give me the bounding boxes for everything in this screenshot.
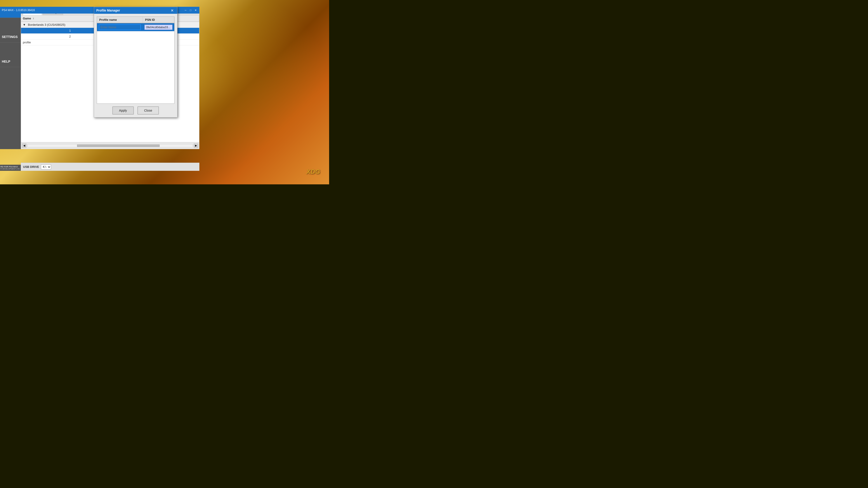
logo-area: XDG (306, 168, 320, 175)
scroll-track[interactable] (27, 144, 193, 147)
pm-profile-row[interactable]: 0fe04cd0daba33... (97, 23, 174, 31)
pm-close-button[interactable]: ✕ (169, 8, 175, 13)
usb-label: USB DRIVE (23, 165, 39, 168)
pm-title: Profile Manager (96, 8, 120, 12)
pm-titlebar: Profile Manager ✕ (94, 7, 177, 14)
main-close-button[interactable]: ✕ (193, 8, 197, 12)
main-window-title: PS4 MAX - 1.0.6510.36416 (2, 8, 35, 12)
brand-area: RD FOR PS4 MAX R DEVELOPMENT LTD (0, 165, 21, 171)
bottom-bar: USB DRIVE K:\ (21, 163, 199, 171)
logo-text: XDG (306, 168, 320, 175)
pm-apply-button[interactable]: Apply (112, 106, 134, 115)
pm-table-container: Profile name PSN ID 0fe04cd0daba33... (97, 17, 175, 104)
group-row-label: Borderlands 3 (CUSA08025) (28, 23, 65, 26)
brand-line2: R DEVELOPMENT LTD (0, 168, 20, 170)
pm-col-name: Profile name (97, 17, 143, 23)
sidebar: SAVES SETTINGS HELP (0, 7, 21, 149)
pm-col-psn: PSN ID (143, 17, 174, 23)
minimize-button[interactable]: ─ (184, 8, 188, 12)
sidebar-item-help[interactable]: HELP (0, 56, 21, 67)
scroll-thumb[interactable] (77, 144, 160, 147)
pm-name-cell (97, 23, 143, 31)
drive-select[interactable]: K:\ (41, 164, 51, 169)
profile-manager-window: Profile Manager ✕ Profile name PSN ID (94, 7, 178, 118)
pm-psn-cell: 0fe04cd0daba33... (143, 23, 174, 31)
pm-psn-display: 0fe04cd0daba33... (145, 25, 172, 30)
scroll-left-btn[interactable]: ◀ (22, 143, 26, 148)
expand-arrow-icon: ▼ (23, 23, 26, 26)
pm-name-input[interactable] (99, 24, 141, 30)
scroll-right-btn[interactable]: ▶ (194, 143, 198, 148)
sidebar-item-settings[interactable]: SETTINGS (0, 31, 21, 42)
titlebar-controls: ─ □ ✕ (184, 8, 197, 12)
pm-header-row: Profile name PSN ID (97, 17, 174, 23)
brand-line1: RD FOR PS4 MAX (0, 166, 20, 168)
maximize-button[interactable]: □ (188, 8, 193, 12)
pm-buttons: Apply Close (97, 104, 175, 115)
sort-icon: ↑ (33, 17, 34, 20)
pm-profile-table: Profile name PSN ID 0fe04cd0daba33... (97, 17, 174, 31)
pm-content: Profile name PSN ID 0fe04cd0daba33... (94, 14, 177, 117)
pm-close-action-button[interactable]: Close (137, 106, 159, 115)
horizontal-scrollbar: ◀ ▶ (21, 142, 199, 149)
